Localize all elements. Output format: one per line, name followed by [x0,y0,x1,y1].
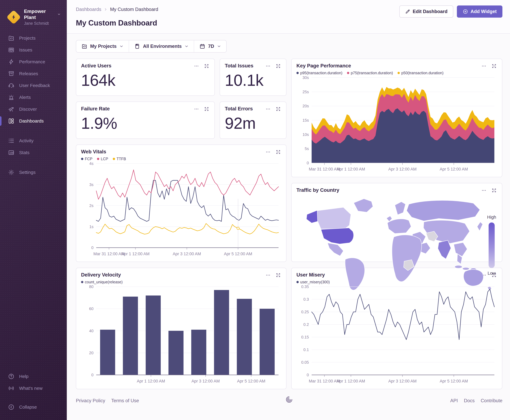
settings-icon [8,169,15,176]
legend-high-label: High [487,215,496,220]
collapse-icon [8,404,15,410]
footer-link-docs[interactable]: Docs [464,398,475,404]
svg-text:0.25: 0.25 [301,310,309,314]
widget-expand-button[interactable] [275,106,281,112]
lightning-icon [11,14,17,20]
sidebar-item-label: What's new [19,386,43,391]
legend-item[interactable]: LCP [97,157,108,161]
sidebar-item-issues[interactable]: Issues [0,44,67,56]
legend-item[interactable]: count_unique(release) [81,280,123,284]
widget-expand-button[interactable] [204,63,210,69]
widget-total-errors: Total Errors 92m [220,102,286,139]
widget-user-misery: User Misery user_misery(300) 00.050.10.1… [291,268,502,389]
svg-text:Mar 31 12:00 AM: Mar 31 12:00 AM [93,252,125,256]
sidebar-item-whatsnew[interactable]: What's new [0,382,67,394]
widget-expand-button[interactable] [275,149,281,155]
widget-options-button[interactable] [265,149,271,155]
sidebar-item-releases[interactable]: Releases [0,68,67,80]
ellipsis-icon [266,63,271,69]
widget-options-button[interactable] [481,63,487,69]
edit-dashboard-button[interactable]: Edit Dashboard [399,6,453,18]
ellipsis-icon [266,106,271,112]
color-scale [488,222,495,268]
footer-link-api[interactable]: API [450,398,458,404]
stats-icon [8,149,15,156]
footer-link-privacy-policy[interactable]: Privacy Policy [76,398,105,404]
widget-title: Total Issues [225,63,253,69]
expand-icon [276,64,281,68]
legend-dot-icon [347,72,349,74]
legend-dot-icon [296,72,299,74]
widget-options-button[interactable] [265,106,271,112]
footer-link-terms-of-use[interactable]: Terms of Use [111,398,139,404]
stat-value: 92m [225,114,281,132]
dashboards-icon [8,118,15,124]
legend-item[interactable]: p95(transaction.duration) [296,71,342,75]
environment-filter[interactable]: All Environments [129,40,194,52]
map-scandinavia [395,202,406,215]
sidebar-item-performance[interactable]: Performance [0,56,67,68]
dashboard-content: My Projects All Environments 7D Active U… [67,34,510,420]
widget-expand-button[interactable] [204,106,210,112]
svg-text:Mar 31 12:00 AM: Mar 31 12:00 AM [309,167,340,172]
svg-text:4s: 4s [89,161,94,166]
widget-options-button[interactable] [265,272,271,278]
widget-expand-button[interactable] [275,63,281,69]
issues-icon [8,47,15,53]
svg-text:15s: 15s [303,118,309,122]
widget-options-button[interactable] [265,63,271,69]
svg-text:0.2: 0.2 [303,322,309,327]
widget-expand-button[interactable] [491,187,497,194]
whatsnew-icon [8,385,15,392]
widget-delivery-velocity: Delivery Velocity count_unique(release) … [76,268,286,389]
map-legend: High Low [487,194,496,297]
sidebar-item-label: Collapse [19,405,37,410]
svg-text:3s: 3s [89,182,94,187]
legend-item[interactable]: p50(transaction.duration) [398,71,443,75]
add-widget-button[interactable]: Add Widget [457,6,503,18]
map-mexico [328,243,343,256]
sidebar-item-settings[interactable]: Settings [0,166,67,178]
sidebar-item-label: Activity [19,138,34,143]
svg-text:Apr 1 12:00 AM: Apr 1 12:00 AM [337,379,365,383]
sidebar-item-activity[interactable]: Activity [0,135,67,147]
sidebar-item-feedback[interactable]: User Feedback [0,80,67,91]
legend-item[interactable]: TTFB [113,157,126,161]
svg-text:Apr 1 12:00 AM: Apr 1 12:00 AM [137,379,165,383]
sidebar-item-dashboards[interactable]: Dashboards [0,115,67,127]
sidebar-item-discover[interactable]: Discover [0,103,67,115]
sidebar-item-collapse[interactable]: Collapse [0,401,67,413]
widget-title: Active Users [81,63,111,69]
widget-title: Delivery Velocity [81,272,121,278]
date-range-filter[interactable]: 7D [194,40,226,52]
breadcrumb-dashboards[interactable]: Dashboards [76,7,101,12]
map-canada [317,207,351,229]
legend-item[interactable]: p75(transaction.duration) [347,71,393,75]
filter-bar: My Projects All Environments 7D [76,40,227,52]
stat-value: 10.1k [225,71,281,90]
releases-icon [8,70,15,77]
svg-text:10s: 10s [303,132,309,137]
sidebar-footer-nav: HelpWhat's newCollapse [0,370,67,413]
org-switcher[interactable]: Empower Plant Jane Schmidt [0,6,67,32]
web-vitals-chart: 01s2s3s4sMar 31 12:00 AMApr 1 12:00 AMAp… [81,161,281,258]
legend-item[interactable]: FCP [81,157,92,161]
footer-link-contribute[interactable]: Contribute [481,398,503,404]
svg-text:Apr 5 12:00 AM: Apr 5 12:00 AM [237,379,265,383]
legend-dot-icon [97,158,99,160]
project-filter[interactable]: My Projects [76,40,129,52]
widget-expand-button[interactable] [491,63,497,69]
svg-text:0: 0 [91,373,94,377]
ellipsis-icon [266,150,271,155]
widget-expand-button[interactable] [275,272,281,278]
sidebar-item-help[interactable]: Help [0,370,67,382]
widget-options-button[interactable] [193,106,200,112]
sidebar-item-stats[interactable]: Stats [0,147,67,158]
footer-links-right: APIDocsContribute [450,398,503,404]
svg-text:Apr 3 12:00 AM: Apr 3 12:00 AM [388,167,416,172]
widget-options-button[interactable] [481,187,487,194]
sidebar-item-alerts[interactable]: Alerts [0,91,67,103]
chevron-down-icon [217,44,221,48]
widget-options-button[interactable] [193,63,200,69]
sidebar-item-projects[interactable]: Projects [0,32,67,44]
